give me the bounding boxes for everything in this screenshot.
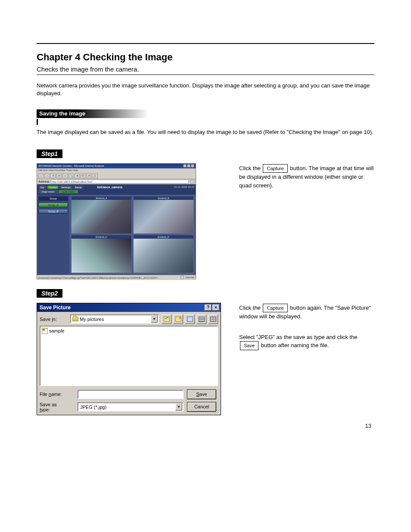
nav-tab-setup[interactable]: Setup <box>73 185 84 189</box>
timestamp: 01.01.2003 00:00 <box>174 186 194 188</box>
forward-button[interactable]: → <box>44 173 50 178</box>
dialog-help-button[interactable]: ? <box>205 305 212 311</box>
quad-screen-button[interactable]: Quad screen <box>59 190 78 193</box>
step2-row: Save Picture ? × Save in: My pictures ▼ <box>37 303 374 415</box>
nav-tab-control[interactable]: Control <box>47 185 59 189</box>
resize-grip[interactable] <box>215 409 220 414</box>
save-picture-dialog: Save Picture ? × Save in: My pictures ▼ <box>37 303 221 415</box>
dialog-title: Save Picture <box>40 305 71 311</box>
address-field[interactable]: http://192.168.0.10/live/index2.html <box>51 180 189 184</box>
step2-text2a: Select "JPEG" as the save as type and cl… <box>239 334 357 340</box>
favorites-button[interactable]: ★ <box>75 173 80 178</box>
step1-figure: WV-NM100 Network Camera - Microsoft Inte… <box>37 163 226 280</box>
step1-text-before: Click the <box>239 165 262 171</box>
save-button[interactable]: Save <box>187 389 216 399</box>
save-as-type-label: Save as type: <box>40 402 68 412</box>
new-folder-icon <box>175 317 181 322</box>
address-bar-row: Address http://192.168.0.10/live/index2.… <box>37 179 196 184</box>
details-view-button[interactable] <box>208 314 218 324</box>
up-folder-button[interactable] <box>162 314 171 324</box>
page-number: 13 <box>365 423 371 429</box>
cancel-button[interactable]: Cancel <box>187 402 216 412</box>
camera-cell-c[interactable]: Entrance_C <box>71 235 132 273</box>
file-name-input[interactable] <box>78 390 184 399</box>
step2-text2b: button after naming the file. <box>261 342 329 348</box>
capture-button-ref: Capture <box>263 164 287 173</box>
section-intro: The image displayed can be saved as a fi… <box>37 128 374 136</box>
dialog-bottom: File name: Save Save as type: JPEG (*.jp… <box>37 388 221 415</box>
browser-titlebar: WV-NM100 Network Camera - Microsoft Inte… <box>37 164 196 168</box>
chapter-subtitle: Checks the image from the camera. <box>37 65 374 73</box>
group-b-button[interactable]: Group_B <box>38 209 68 214</box>
type-dropdown-icon[interactable]: ▼ <box>175 403 182 411</box>
zone-icon <box>181 276 184 279</box>
mail-button[interactable]: ✉ <box>87 173 92 178</box>
single-screen-button[interactable]: Single screen <box>38 190 58 193</box>
history-button[interactable]: ⏱ <box>81 173 86 178</box>
camera-cell-a[interactable]: Entrance_A <box>71 196 132 234</box>
dropdown-icon[interactable]: ▼ <box>151 315 158 323</box>
browser-toolbar: ← → ✕ ⟳ ⌂ 🔍 ★ ⏱ ✉ ⎙ <box>37 172 196 179</box>
stop-button[interactable]: ✕ <box>50 173 56 178</box>
capture-button-ref-2: Capture <box>263 304 287 313</box>
group-a-button[interactable]: Group_A <box>38 202 68 207</box>
nav-tab-settings[interactable]: Settings <box>59 185 72 189</box>
step2-text1a: Click the <box>239 305 262 311</box>
browser-menubar[interactable]: File Edit View Favorites Tools Help <box>37 168 196 172</box>
details-icon <box>210 317 216 322</box>
nav-tab-top[interactable]: Top <box>38 185 46 189</box>
save-in-label: Save in: <box>40 317 68 322</box>
browser-statusbar: javascript:moveImg('ChannelMgr.cgi?cid=1… <box>37 275 196 280</box>
chapter-title: Chapter 4 Checking the Image <box>37 52 374 63</box>
minimize-button[interactable] <box>183 164 187 168</box>
save-in-combo[interactable]: My pictures ▼ <box>70 314 159 324</box>
desktop-button[interactable] <box>185 314 195 324</box>
camera-cell-a-title: Entrance_A <box>72 196 131 200</box>
camera-image-a <box>72 197 131 234</box>
step2-label: Step2 <box>37 289 62 298</box>
camera-subnav: Single screen Quad screen <box>37 190 196 195</box>
camera-image-c <box>72 236 131 273</box>
camera-cell-d[interactable]: Entrance_D <box>133 235 194 273</box>
content-title: Entrance_camera <box>97 186 122 189</box>
camera-image-b <box>134 197 193 234</box>
page: Chapter 4 Checking the Image Checks the … <box>0 0 411 442</box>
file-item-name: sample <box>49 328 64 333</box>
list-view-button[interactable] <box>196 314 206 324</box>
save-button-ref: Save <box>240 341 258 350</box>
dialog-title-buttons: ? × <box>205 305 219 311</box>
back-button[interactable]: ← <box>38 173 44 178</box>
camera-cell-d-title: Entrance_D <box>134 235 193 239</box>
step1-text: Click the Capture button. The image at t… <box>239 163 374 190</box>
file-name-label: File name: <box>40 392 68 397</box>
dialog-toolbar <box>162 314 218 324</box>
sidebar-group-header: Group <box>38 196 68 201</box>
search-button[interactable]: 🔍 <box>68 173 74 178</box>
folder-icon <box>72 317 78 321</box>
refresh-button[interactable]: ⟳ <box>56 173 62 178</box>
browser-title-text: WV-NM100 Network Camera - Microsoft Inte… <box>38 164 104 168</box>
close-button[interactable] <box>191 164 194 168</box>
file-item-sample[interactable]: sample <box>42 328 216 334</box>
camera-cell-c-title: Entrance_C <box>72 235 131 239</box>
up-folder-icon <box>164 317 170 322</box>
window-controls <box>183 164 194 168</box>
camera-browser-window: WV-NM100 Network Camera - Microsoft Inte… <box>37 163 196 280</box>
go-button[interactable] <box>190 180 194 184</box>
image-file-icon <box>42 328 48 334</box>
dialog-close-button[interactable]: × <box>212 305 219 311</box>
step2-figure: Save Picture ? × Save in: My pictures ▼ <box>37 303 226 415</box>
camera-grid: Entrance_A Entrance_B Entrance_C En <box>69 195 196 275</box>
save-as-type-select[interactable]: JPEG (*.jpg) ▼ <box>78 402 184 411</box>
file-listing[interactable]: sample <box>40 326 218 386</box>
desktop-icon <box>187 317 193 322</box>
print-button[interactable]: ⎙ <box>93 173 98 178</box>
camera-body: Group Group_A Group_B Entrance_A Entranc… <box>37 195 196 275</box>
step1-label: Step1 <box>37 149 62 158</box>
new-folder-button[interactable] <box>173 314 183 324</box>
camera-cell-b[interactable]: Entrance_B <box>133 196 194 234</box>
home-button[interactable]: ⌂ <box>62 173 68 178</box>
top-divider <box>37 43 374 44</box>
maximize-button[interactable] <box>187 164 190 168</box>
section-header: Saving the image <box>37 109 149 118</box>
